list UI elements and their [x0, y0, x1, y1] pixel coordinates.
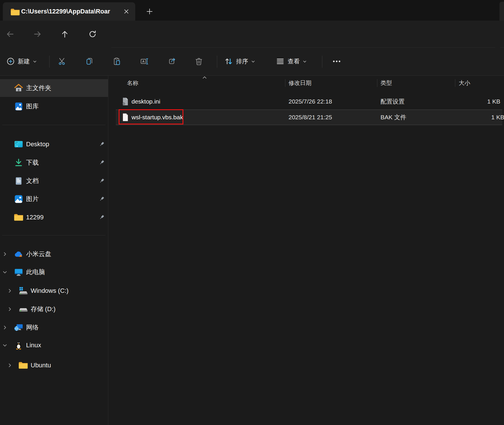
new-tab-button[interactable] — [143, 5, 156, 18]
trash-icon — [195, 57, 203, 66]
sidebar-item-label: 主文件夹 — [26, 84, 51, 92]
plus-icon — [146, 8, 153, 15]
share-button[interactable] — [163, 53, 182, 70]
sidebar-item-12299[interactable]: 12299 — [0, 209, 108, 226]
sidebar-item-mi-cloud[interactable]: 小米云盘 — [0, 246, 108, 262]
tab-bar: C:\Users\12299\AppData\Roar — [0, 0, 504, 21]
toolbar-divider — [322, 56, 322, 68]
navigation-pane: 主文件夹 图库 — [0, 76, 108, 425]
sidebar-item-this-pc[interactable]: 此电脑 — [0, 264, 108, 280]
forward-button[interactable] — [31, 28, 44, 41]
toolbar-divider — [49, 56, 50, 68]
plus-circle-icon — [6, 57, 15, 66]
up-button[interactable] — [58, 28, 71, 41]
file-modified-date: 2025/8/21 21:25 — [289, 114, 332, 121]
sidebar-item-label: 文档 — [26, 177, 39, 185]
sidebar-item-downloads[interactable]: 下载 — [0, 154, 108, 171]
cut-button[interactable] — [52, 53, 72, 70]
sort-button[interactable]: 排序 — [221, 53, 258, 70]
file-type: BAK 文件 — [381, 113, 406, 121]
document-icon — [14, 176, 23, 186]
sidebar-item-documents[interactable]: 文档 — [0, 173, 108, 189]
column-divider[interactable] — [377, 79, 377, 87]
sidebar-item-label: Linux — [26, 342, 41, 349]
command-toolbar: 新建 — [0, 48, 504, 75]
file-name: desktop.ini — [132, 98, 160, 105]
chevron-down-icon[interactable] — [2, 270, 7, 275]
folder-icon — [10, 8, 20, 16]
chevron-right-icon[interactable] — [7, 363, 12, 368]
column-header-name[interactable]: 名称 — [127, 79, 138, 87]
file-size: 1 KB — [487, 98, 500, 105]
sidebar-item-linux[interactable]: Linux — [0, 337, 108, 354]
folder-icon — [18, 360, 28, 370]
explorer-tab[interactable]: C:\Users\12299\AppData\Roar — [3, 2, 135, 21]
share-icon — [168, 57, 177, 66]
sidebar-item-pictures[interactable]: 图片 — [0, 191, 108, 207]
column-divider[interactable] — [285, 79, 285, 87]
sidebar-item-label: 下载 — [26, 158, 39, 167]
this-pc-icon — [14, 267, 23, 277]
delete-button[interactable] — [189, 53, 209, 70]
sort-ascending-caret-icon — [202, 76, 207, 79]
column-header-type[interactable]: 类型 — [381, 79, 392, 87]
download-icon — [14, 158, 23, 167]
sidebar-item-desktop[interactable]: Desktop — [0, 136, 108, 153]
sort-icon — [224, 57, 233, 66]
file-row-desktop-ini[interactable]: desktop.ini 2025/7/26 22:18 配置设置 1 KB — [108, 94, 504, 109]
sidebar-item-label: 12299 — [26, 214, 44, 221]
column-divider[interactable] — [455, 79, 455, 87]
sidebar-item-home[interactable]: 主文件夹 — [0, 79, 108, 97]
paste-button[interactable] — [107, 53, 127, 70]
file-list-pane: 名称 修改日期 类型 大小 desktop.ini 2025/7/26 — [108, 76, 504, 425]
new-button-label: 新建 — [18, 57, 30, 65]
column-header-modified[interactable]: 修改日期 — [289, 79, 311, 87]
svg-text:A: A — [142, 60, 145, 63]
pin-icon — [98, 159, 105, 166]
view-button-label: 查看 — [288, 57, 300, 65]
arrow-up-icon — [60, 30, 69, 38]
network-icon — [14, 323, 23, 332]
sidebar-item-label: Desktop — [26, 141, 49, 148]
windows-drive-icon — [18, 286, 28, 296]
new-button[interactable]: 新建 — [3, 53, 40, 70]
file-modified-date: 2025/7/26 22:18 — [289, 98, 332, 105]
view-icon — [276, 57, 285, 66]
back-button[interactable] — [3, 28, 17, 41]
sidebar-item-storage-d[interactable]: 存储 (D:) — [0, 301, 108, 317]
chevron-right-icon[interactable] — [2, 252, 7, 257]
rename-button[interactable]: A — [135, 53, 154, 70]
chevron-right-icon[interactable] — [2, 325, 7, 330]
copy-icon — [85, 57, 94, 66]
sidebar-item-gallery[interactable]: 图库 — [0, 98, 108, 115]
chevron-down-icon — [251, 59, 255, 64]
chevron-down-icon[interactable] — [2, 343, 7, 348]
close-icon[interactable] — [121, 6, 132, 17]
chevron-right-icon[interactable] — [7, 307, 12, 312]
sidebar-divider — [2, 235, 105, 235]
copy-button[interactable] — [80, 53, 99, 70]
file-explorer-window: C:\Users\12299\AppData\Roar — [0, 0, 504, 425]
sidebar-item-label: 图片 — [26, 195, 39, 203]
chevron-right-icon[interactable] — [7, 288, 12, 293]
more-options-button[interactable] — [326, 53, 347, 70]
sidebar-item-network[interactable]: 网络 — [0, 319, 108, 336]
sort-button-label: 排序 — [236, 57, 248, 65]
sidebar-item-label: 网络 — [26, 323, 39, 332]
pin-icon — [98, 178, 105, 184]
chevron-down-icon — [33, 59, 37, 64]
sidebar-item-label: 图库 — [26, 102, 39, 111]
sidebar-item-windows-c[interactable]: Windows (C:) — [0, 282, 108, 299]
sidebar-item-ubuntu[interactable]: Ubuntu — [0, 357, 108, 374]
refresh-button[interactable] — [86, 28, 99, 41]
pin-icon — [98, 214, 105, 221]
refresh-icon — [88, 30, 97, 38]
pictures-icon — [14, 194, 23, 204]
pin-icon — [98, 196, 105, 202]
column-header-size[interactable]: 大小 — [459, 79, 470, 87]
view-button[interactable]: 查看 — [273, 53, 310, 70]
drive-icon — [18, 304, 28, 314]
linux-penguin-icon — [14, 340, 23, 350]
sidebar-item-label: 此电脑 — [26, 268, 45, 276]
column-header-row: 名称 修改日期 类型 大小 — [108, 76, 504, 90]
